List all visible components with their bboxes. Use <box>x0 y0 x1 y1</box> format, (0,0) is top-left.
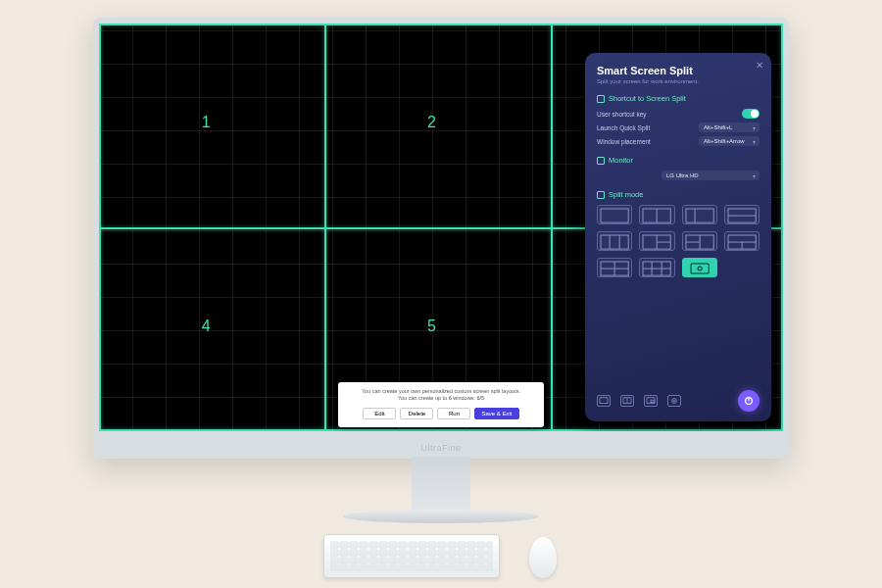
split-mode-icon <box>597 191 605 199</box>
zone-label-1: 1 <box>202 114 211 131</box>
section-shortcut-label: Shortcut to Screen Split <box>609 94 686 103</box>
mode-2left-right[interactable] <box>682 231 717 251</box>
card-buttons: Edit Delete Run Save & Exit <box>346 408 536 419</box>
split-outline-top <box>99 24 783 25</box>
row-monitor-select: LG Ultra HD <box>597 171 760 180</box>
section-monitor: Monitor LG Ultra HD <box>597 156 760 180</box>
section-split-mode: Split mode <box>597 190 760 277</box>
mode-6grid[interactable] <box>639 258 674 277</box>
mode-2row[interactable] <box>724 205 760 224</box>
svg-point-27 <box>698 267 702 270</box>
mode-left-2right[interactable] <box>639 231 674 251</box>
mode-custom[interactable] <box>682 258 717 277</box>
monitor-brand: UltraFine <box>93 443 789 453</box>
shortcut-icon <box>597 95 605 103</box>
zone-label-4: 4 <box>202 318 211 335</box>
card-caption-line2: You can create up to 6 windows: 6/5 <box>346 395 536 403</box>
screen: 1 2 4 5 You can create your own personal… <box>99 24 783 431</box>
section-split-mode-header: Split mode <box>597 190 760 199</box>
card-caption: You can create your own personalized cus… <box>346 388 536 403</box>
close-icon[interactable]: ✕ <box>756 60 763 71</box>
svg-rect-3 <box>686 209 713 222</box>
svg-rect-28 <box>600 398 608 404</box>
user-shortcut-label: User shortcut key <box>597 111 647 118</box>
monitor-stand-base <box>343 510 539 523</box>
footer-layout-icon[interactable] <box>620 395 634 407</box>
row-user-shortcut: User shortcut key <box>597 109 760 119</box>
svg-rect-7 <box>601 235 628 249</box>
panel-subtitle: Split your screen for work environment. <box>597 78 760 84</box>
monitor-frame: UltraFine 1 2 4 5 You can create your ow… <box>93 18 789 459</box>
smart-split-panel: ✕ Smart Screen Split Split your screen f… <box>585 53 771 421</box>
run-button[interactable]: Run <box>437 408 470 419</box>
section-monitor-label: Monitor <box>609 156 633 165</box>
monitor-icon <box>597 157 605 165</box>
footer-settings-icon[interactable] <box>667 395 681 407</box>
section-shortcut-header: Shortcut to Screen Split <box>597 94 760 103</box>
mode-top-2bottom[interactable] <box>724 231 760 251</box>
section-shortcut: Shortcut to Screen Split User shortcut k… <box>597 94 760 146</box>
window-placement-label: Window placement <box>597 138 651 145</box>
keyboard <box>323 534 500 578</box>
card-caption-line1: You can create your own personalized cus… <box>346 388 536 396</box>
mode-3col[interactable] <box>597 231 632 251</box>
launch-label: Launch Quick Split <box>597 124 650 131</box>
power-button[interactable] <box>738 390 760 412</box>
svg-rect-0 <box>601 209 628 222</box>
monitor-bezel: 1 2 4 5 You can create your own personal… <box>99 24 783 431</box>
monitor-select[interactable]: LG Ultra HD <box>662 171 760 180</box>
row-window-placement: Window placement Alt+Shift+Arrow <box>597 136 760 146</box>
window-placement-select[interactable]: Alt+Shift+Arrow <box>699 136 760 146</box>
layout-editor-card: You can create your own personalized cus… <box>338 382 544 427</box>
svg-point-34 <box>673 400 675 402</box>
save-exit-button[interactable]: Save & Exit <box>474 408 518 419</box>
section-split-mode-label: Split mode <box>609 190 643 199</box>
launch-select[interactable]: Alt+Shift+L <box>699 122 760 132</box>
monitor-stand-neck <box>412 457 470 515</box>
panel-title: Smart Screen Split <box>597 65 760 76</box>
delete-button[interactable]: Delete <box>400 408 433 419</box>
split-divider-vertical-1[interactable] <box>324 24 326 431</box>
footer-pip-icon[interactable] <box>644 395 658 407</box>
panel-footer <box>597 390 760 412</box>
svg-point-33 <box>672 399 677 404</box>
split-mode-grid <box>597 205 760 277</box>
user-shortcut-toggle[interactable] <box>742 109 760 119</box>
zone-label-2: 2 <box>427 114 436 131</box>
svg-rect-26 <box>691 264 709 273</box>
zone-label-5: 5 <box>427 318 436 335</box>
split-divider-vertical-2[interactable] <box>551 24 553 431</box>
svg-rect-32 <box>651 400 654 402</box>
section-monitor-header: Monitor <box>597 156 760 165</box>
footer-screen-icon[interactable] <box>597 395 611 407</box>
mode-2col-left[interactable] <box>682 205 717 224</box>
mode-full[interactable] <box>597 205 632 224</box>
split-outline-bottom <box>99 429 783 431</box>
edit-button[interactable]: Edit <box>363 408 396 419</box>
row-launch-quick-split: Launch Quick Split Alt+Shift+L <box>597 122 760 132</box>
mode-2col[interactable] <box>639 205 674 224</box>
mode-4grid[interactable] <box>597 258 632 277</box>
mouse <box>529 537 557 578</box>
